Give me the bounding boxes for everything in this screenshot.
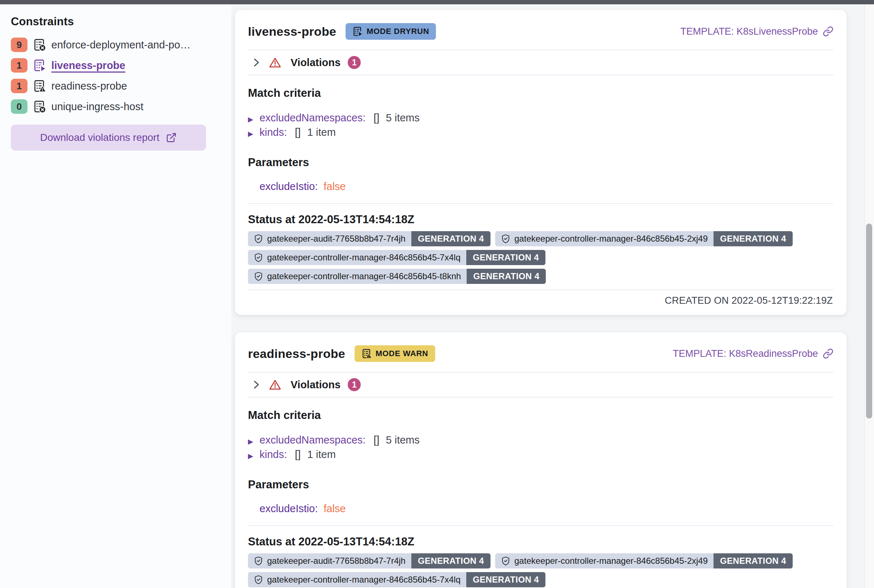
json-key[interactable]: kinds: xyxy=(260,126,287,138)
vertical-scrollbar-track[interactable] xyxy=(864,4,874,588)
chevron-right-icon xyxy=(251,57,262,68)
card-header: readiness-probe MODE WARN xyxy=(248,332,833,372)
violations-accordion[interactable]: Violations 1 xyxy=(248,50,833,75)
pod-name: gatekeeper-controller-manager-846c856b45… xyxy=(248,269,466,284)
download-violations-report-button[interactable]: Download violations report xyxy=(11,124,206,151)
mode-badge: MODE DRYRUN xyxy=(346,23,436,40)
json-key[interactable]: kinds: xyxy=(260,448,287,460)
sidebar-item-liveness-probe[interactable]: 1 liveness-probe xyxy=(11,58,231,73)
pod-name: gatekeeper-controller-manager-846c856b45… xyxy=(248,572,466,587)
violation-count-badge: 1 xyxy=(11,58,27,73)
divider xyxy=(248,75,833,75)
ok-count-badge: 0 xyxy=(11,99,27,114)
mode-badge-label: MODE DRYRUN xyxy=(367,27,429,36)
warning-triangle-icon xyxy=(269,56,281,69)
pod-status-badge: gatekeeper-audit-77658b8b47-7r4jh GENERA… xyxy=(248,554,490,568)
violations-label: Violations xyxy=(290,379,340,391)
doc-deny-icon xyxy=(33,38,46,51)
pod-generation: GENERATION 4 xyxy=(713,231,793,246)
constraint-title: readiness-probe xyxy=(248,347,345,361)
divider xyxy=(248,525,833,526)
sidebar-item-readiness-probe[interactable]: 1 readiness-probe xyxy=(11,79,231,93)
created-on-timestamp: CREATED ON 2022-05-12T19:22:19Z xyxy=(248,290,833,315)
warning-triangle-icon xyxy=(269,378,281,391)
template-link[interactable]: TEMPLATE: K8sReadinessProbe xyxy=(673,348,833,359)
json-item-count: 1 item xyxy=(307,126,336,138)
pod-status-badge: gatekeeper-controller-manager-846c856b45… xyxy=(495,554,793,568)
pod-status-badge: gatekeeper-audit-77658b8b47-7r4jh GENERA… xyxy=(248,231,490,246)
sidebar-title: Constraints xyxy=(11,15,231,28)
match-criteria-json: ▶ excludedNamespaces: [] 5 items ▶ kinds… xyxy=(248,434,833,463)
pod-status-badge: gatekeeper-controller-manager-846c856b45… xyxy=(495,231,793,246)
pod-name: gatekeeper-controller-manager-846c856b45… xyxy=(495,231,713,246)
json-bracket: [] xyxy=(373,434,379,446)
top-edge-bar xyxy=(0,0,874,4)
status-heading: Status at 2022-05-13T14:54:18Z xyxy=(248,213,833,226)
json-row-kinds: ▶ kinds: [] 1 item xyxy=(248,448,833,463)
match-criteria-heading: Match criteria xyxy=(248,87,833,100)
json-bracket: [] xyxy=(373,112,379,124)
pod-name: gatekeeper-audit-77658b8b47-7r4jh xyxy=(248,554,411,568)
constraints-sidebar: Constraints 9 enforce-deployment-and-po…… xyxy=(0,4,231,588)
json-item-count: 1 item xyxy=(307,448,336,460)
match-criteria-heading: Match criteria xyxy=(248,409,833,422)
template-link-label: TEMPLATE: K8sLivenessProbe xyxy=(680,26,818,37)
status-pod-badges: gatekeeper-audit-77658b8b47-7r4jh GENERA… xyxy=(248,231,833,284)
constraint-card-readiness-probe: readiness-probe MODE WARN xyxy=(235,332,847,588)
pod-name: gatekeeper-controller-manager-846c856b45… xyxy=(495,554,713,568)
pod-name: gatekeeper-audit-77658b8b47-7r4jh xyxy=(248,231,411,246)
external-link-icon xyxy=(166,132,177,143)
template-link-label: TEMPLATE: K8sReadinessProbe xyxy=(673,348,818,359)
doc-warn-icon xyxy=(361,348,372,358)
template-link[interactable]: TEMPLATE: K8sLivenessProbe xyxy=(680,26,833,37)
pod-generation: GENERATION 4 xyxy=(466,269,546,284)
json-row-excludedNamespaces: ▶ excludedNamespaces: [] 5 items xyxy=(248,434,833,448)
constraint-card-liveness-probe: liveness-probe MODE DRYRUN TEMPLATE: K8s… xyxy=(235,10,847,315)
constraints-detail-panel: liveness-probe MODE DRYRUN TEMPLATE: K8s… xyxy=(231,4,864,588)
json-key[interactable]: excludedNamespaces: xyxy=(260,112,366,124)
json-key[interactable]: excludedNamespaces: xyxy=(260,434,366,446)
download-button-label: Download violations report xyxy=(40,132,159,143)
link-icon xyxy=(823,348,833,359)
divider xyxy=(248,203,833,204)
pod-generation: GENERATION 4 xyxy=(411,554,490,568)
vertical-scrollbar-thumb[interactable] xyxy=(866,224,872,418)
sidebar-item-enforce-deployment[interactable]: 9 enforce-deployment-and-po… xyxy=(11,38,231,52)
json-item-count: 5 items xyxy=(386,434,420,446)
json-item-count: 5 items xyxy=(386,112,420,124)
pod-generation: GENERATION 4 xyxy=(466,250,545,265)
link-icon xyxy=(823,26,833,37)
param-value: false xyxy=(323,181,346,192)
doc-deny-icon xyxy=(33,100,46,113)
json-row-kinds: ▶ kinds: [] 1 item xyxy=(248,126,833,141)
sidebar-item-unique-ingress-host[interactable]: 0 unique-ingress-host xyxy=(11,99,231,114)
json-bracket: [] xyxy=(295,448,301,460)
expand-arrow-icon[interactable]: ▶ xyxy=(248,453,260,459)
constraint-title: liveness-probe xyxy=(248,24,336,39)
expand-arrow-icon[interactable]: ▶ xyxy=(248,130,260,137)
param-key: excludeIstio: xyxy=(260,181,318,192)
match-criteria-json: ▶ excludedNamespaces: [] 5 items ▶ kinds… xyxy=(248,112,833,141)
status-heading: Status at 2022-05-13T14:54:18Z xyxy=(248,535,833,548)
constraint-label: readiness-probe xyxy=(51,80,127,92)
violations-accordion[interactable]: Violations 1 xyxy=(248,372,833,397)
json-bracket: [] xyxy=(295,126,301,138)
pod-generation: GENERATION 4 xyxy=(411,231,490,246)
status-pod-badges: gatekeeper-audit-77658b8b47-7r4jh GENERA… xyxy=(248,554,833,588)
parameter-row: excludeIstio: false xyxy=(260,503,833,514)
violation-count-badge: 9 xyxy=(11,38,27,52)
violations-label: Violations xyxy=(290,57,340,69)
violations-count-badge: 1 xyxy=(348,56,361,69)
doc-dryrun-icon xyxy=(33,59,46,72)
divider xyxy=(248,397,833,397)
doc-dryrun-icon xyxy=(352,26,363,36)
expand-arrow-icon[interactable]: ▶ xyxy=(248,438,260,445)
violation-count-badge: 1 xyxy=(11,79,27,93)
pod-status-badge: gatekeeper-controller-manager-846c856b45… xyxy=(248,572,545,587)
mode-badge-label: MODE WARN xyxy=(376,349,428,358)
violations-count-badge: 1 xyxy=(348,378,361,391)
mode-badge: MODE WARN xyxy=(355,345,435,362)
param-key: excludeIstio: xyxy=(260,503,318,514)
expand-arrow-icon[interactable]: ▶ xyxy=(248,116,260,123)
parameter-row: excludeIstio: false xyxy=(260,181,833,192)
